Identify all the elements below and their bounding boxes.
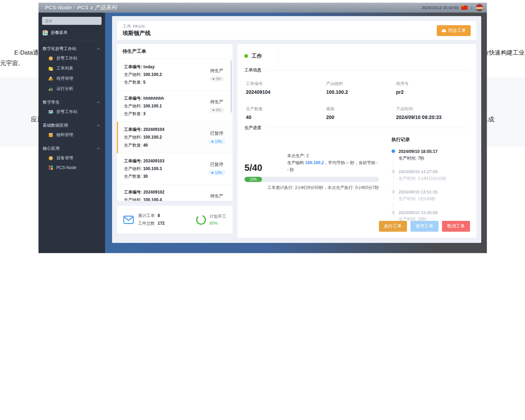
order-qty: 生产数量: 40 (124, 141, 206, 149)
collapse-menu-label: 折叠菜单 (51, 30, 68, 36)
field-product-material: 产品物料100.100.2 (326, 81, 396, 95)
sync-orders-button[interactable]: 同步工单 (437, 25, 471, 36)
chevron-up-icon (97, 148, 100, 150)
record-duration: 生产时间: 13分43秒 (399, 196, 469, 202)
order-progress-badge: 13% (208, 139, 225, 144)
progress-bar-fill: 13% (244, 177, 262, 182)
main-area: 工序: PA104 埃斯顿产线 同步工单 待生产工单 (105, 13, 487, 253)
status-row: 工作 (244, 50, 469, 62)
order-material: 生产物料: 100.100.4 (124, 196, 206, 201)
china-flag-icon[interactable]: ★ (461, 6, 468, 10)
plan-value: 80% (209, 220, 226, 227)
timeline-item: 2024/09/10 14:27:08 生产时间: 2小时15分31秒 (399, 169, 469, 182)
chevron-down-icon[interactable]: ∨ (470, 6, 473, 9)
progress-left: 5/40 本次生产: 2 生产物料 100.100.2，平均节拍 -- 秒，当前… (244, 132, 392, 230)
summary-counts: 累计工单8 工件总数172 (138, 212, 165, 227)
progress-count: 5/40 (244, 162, 262, 173)
field-program-no: 程序号pr2 (396, 81, 469, 95)
order-detail-card: 工作 工单信息 工单编号202409104 产品物料100.100.2 程序号p… (237, 44, 476, 238)
order-no: 工单编号: 202409102 (124, 188, 206, 196)
status-dot (213, 109, 214, 111)
sidebar-item-label: 折弯工作站 (56, 109, 77, 115)
workstation-icon (48, 56, 53, 61)
order-fields: 工单编号: today 生产物料: 100.100.2 生产数量: 5 (124, 63, 206, 86)
sidebar-item-label: 折弯工作站 (56, 55, 77, 61)
order-status: 已暂停 13% (206, 126, 228, 149)
sidebar-section-core-apps[interactable]: 核心应用 (43, 146, 101, 152)
process-label: 工序: PA104 (123, 24, 151, 29)
sidebar-item-label: 物料管理 (56, 132, 73, 138)
order-status-text: 待生产 (210, 99, 223, 105)
sidebar-section-digital-bending[interactable]: 数字化折弯工作站 (43, 46, 101, 52)
pause-order-button[interactable]: 暂停工单 (410, 221, 438, 232)
cloud-upload-icon (442, 29, 446, 33)
sidebar-section-base-data[interactable]: 基础数据应用 (43, 122, 101, 128)
order-progress-badge: 0% (209, 76, 224, 82)
app-screenshot: PCS-Node - PCS x 产品系列 2024/10/12 15:42:5… (39, 3, 487, 253)
order-material: 生产物料: 100.100.2 (124, 133, 206, 141)
search-input[interactable] (42, 17, 102, 25)
field-qty: 生产数量40 (246, 106, 326, 120)
sidebar-item-run-analysis[interactable]: 运行分析 (42, 84, 102, 94)
content-panel: 工序: PA104 埃斯顿产线 同步工单 待生产工单 (112, 16, 481, 243)
line-header-card: 工序: PA104 埃斯顿产线 同步工单 (117, 21, 476, 40)
order-no: 工单编号: 202409103 (124, 157, 206, 165)
order-no: 工单编号: 202409104 (124, 126, 206, 133)
order-list-item[interactable]: 工单编号: 202409103 生产物料: 100.100.3 生产数量: 30… (117, 153, 233, 185)
batch-line: 本次生产: 2 (287, 153, 379, 160)
order-list-item[interactable]: 工单编号: hhhhhhhh 生产物料: 100.100.1 生产数量: 3 待… (117, 91, 233, 122)
sidebar-item-program-management[interactable]: 程序管理 (42, 74, 102, 84)
sidebar-item-label: 运行分析 (56, 86, 73, 92)
order-list-item[interactable]: 工单编号: 202409102 生产物料: 100.100.4 生产数量: 20… (117, 184, 233, 201)
record-duration: 生产时间: 7秒 (399, 155, 469, 162)
sidebar-item-material-management[interactable]: 物料管理 (42, 130, 102, 140)
sidebar-item-workorder-list[interactable]: 工单列表 (42, 63, 102, 74)
monitor-icon (48, 110, 53, 114)
sidebar-item-label: 程序管理 (56, 76, 73, 82)
execute-order-button[interactable]: 执行工单 (379, 221, 407, 232)
grid-dot (46, 33, 47, 35)
sidebar-item-label: PCS-Node (56, 165, 76, 170)
work-status-label: 工作 (251, 53, 262, 59)
order-progress-badge: 0% (209, 107, 224, 113)
sidebar-item-twin-bend-workstation[interactable]: 折弯工作站 (42, 107, 102, 117)
divider (278, 50, 278, 62)
scrollbar-thumb[interactable] (230, 60, 232, 113)
timeline-item: 2024/09/10 13:51:35 生产时间: 13分43秒 (399, 189, 469, 202)
sidebar-item-device-management[interactable]: 设备管理 (42, 153, 102, 163)
section-label: 基础数据应用 (43, 122, 68, 128)
order-status: 待生产 0% (206, 63, 228, 86)
plan-start-widget: 计划开工 80% (195, 213, 226, 227)
box-icon (48, 133, 53, 138)
plan-label: 计划开工 (209, 213, 226, 220)
total-orders: 累计工单8 (138, 212, 165, 220)
collapse-menu-button[interactable]: 折叠菜单 (43, 30, 101, 36)
order-fields: 工单编号: 202409104 生产物料: 100.100.2 生产数量: 40 (124, 126, 206, 149)
envelope-icon (123, 216, 134, 224)
pcs-node-logo-icon (48, 165, 53, 170)
batch-stats: 本次生产: 2 生产物料 100.100.2，平均节拍 -- 秒，当前节拍 --… (287, 153, 379, 173)
sidebar-item-bend-workstation[interactable]: 折弯工作站 (42, 53, 102, 63)
sidebar-item-pcs-node[interactable]: PCS-Node (42, 163, 102, 172)
section-label: 核心应用 (43, 146, 60, 152)
cancel-order-button[interactable]: 取消工单 (442, 221, 470, 232)
order-list-item-selected[interactable]: 工单编号: 202409104 生产物料: 100.100.2 生产数量: 40… (117, 122, 233, 153)
user-avatar[interactable] (476, 4, 483, 12)
order-material: 生产物料: 100.100.1 (124, 102, 206, 110)
status-dot (212, 141, 213, 142)
sidebar-item-label: 设备管理 (56, 155, 73, 161)
field-issue-time: 下达时间2024/09/10 09:20:33 (396, 106, 469, 120)
chevron-up-icon (97, 48, 100, 51)
divider (42, 40, 102, 40)
pending-orders-card: 待生产工单 工单编号: today 生产物料: 100.100.2 生产数量: … (117, 44, 233, 201)
execution-records: 执行记录 2024/09/10 18:05:17 生产时间: 7秒 (392, 132, 469, 230)
material-link[interactable]: 100.100.2 (305, 160, 324, 165)
app-title: PCS-Node - PCS x 产品系列 (45, 5, 117, 11)
order-material: 生产物料: 100.100.3 (124, 165, 206, 173)
sidebar-section-digital-twin[interactable]: 数字孪生 (43, 99, 101, 105)
field-spec: 规格200 (326, 106, 396, 120)
grid-dot (46, 31, 47, 33)
packages-icon (48, 76, 53, 81)
order-list-item[interactable]: 工单编号: today 生产物料: 100.100.2 生产数量: 5 待生产 … (117, 59, 233, 91)
timeline-dot (392, 170, 395, 173)
